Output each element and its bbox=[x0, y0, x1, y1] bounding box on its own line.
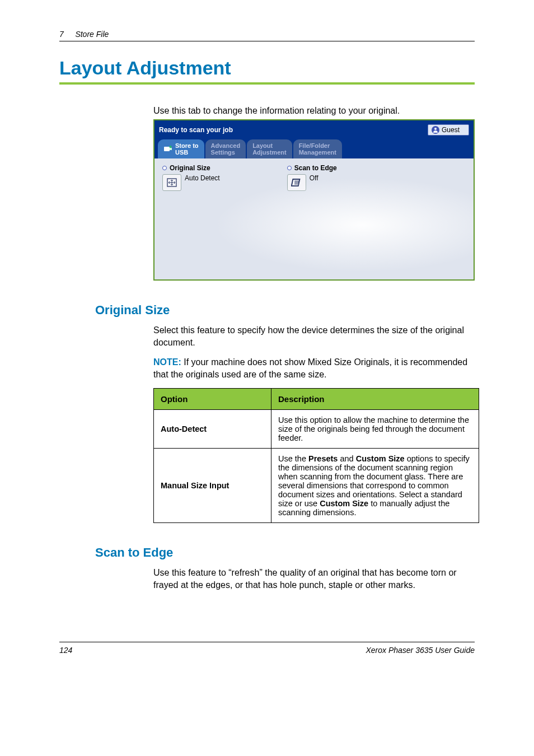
tab-adv-line2: Settings bbox=[211, 149, 235, 156]
page-number: 124 bbox=[59, 646, 72, 655]
device-screenshot: Ready to scan your job Guest Store to US… bbox=[153, 119, 475, 281]
user-icon bbox=[432, 126, 439, 134]
tab-ff-line1: File/Folder bbox=[299, 142, 330, 149]
table-row: Manual Size Input Use the Presets and Cu… bbox=[154, 449, 479, 523]
tab-store-line1: Store to bbox=[175, 142, 199, 149]
scan-to-edge-button[interactable]: Off bbox=[287, 174, 337, 191]
page-title: Layout Adjustment bbox=[59, 57, 475, 79]
original-size-p1: Select this feature to specify how the d… bbox=[153, 324, 475, 348]
tab-layout-line1: Layout bbox=[252, 142, 273, 149]
bullet-icon bbox=[162, 166, 167, 170]
option-desc: Use this option to allow the machine to … bbox=[271, 410, 479, 449]
usb-icon bbox=[163, 145, 172, 153]
guest-button[interactable]: Guest bbox=[428, 124, 469, 136]
guest-label: Guest bbox=[442, 126, 460, 134]
page-header: 7 Store File bbox=[59, 29, 475, 41]
original-size-value: Auto Detect bbox=[185, 174, 220, 182]
device-tab-bar: Store to USB Advanced Settings Layout Ad… bbox=[154, 139, 474, 158]
heading-original-size: Original Size bbox=[95, 303, 475, 318]
tab-advanced[interactable]: Advanced Settings bbox=[205, 139, 246, 158]
opt-original-size-title: Original Size bbox=[170, 164, 210, 172]
option-desc: Use the Presets and Custom Size options … bbox=[271, 449, 479, 523]
doc-title: Xerox Phaser 3635 User Guide bbox=[366, 646, 475, 655]
title-rule bbox=[59, 82, 475, 85]
svg-rect-2 bbox=[170, 148, 172, 150]
tab-store-usb[interactable]: Store to USB bbox=[158, 139, 204, 158]
scan-to-edge-value: Off bbox=[310, 174, 318, 182]
scan-to-edge-p1: Use this feature to “refresh” the qualit… bbox=[153, 567, 475, 591]
tab-store-line2: USB bbox=[175, 149, 188, 156]
option-name: Auto-Detect bbox=[154, 410, 271, 449]
svg-rect-1 bbox=[164, 147, 170, 151]
table-row: Auto-Detect Use this option to allow the… bbox=[154, 410, 479, 449]
svg-point-0 bbox=[434, 128, 437, 130]
intro-text: Use this tab to change the information r… bbox=[153, 106, 475, 116]
tab-layout-line2: Adjustment bbox=[252, 149, 287, 156]
edge-icon bbox=[287, 174, 306, 191]
heading-scan-to-edge: Scan to Edge bbox=[95, 545, 475, 560]
th-description: Description bbox=[271, 389, 479, 410]
tab-filefolder[interactable]: File/Folder Management bbox=[293, 139, 342, 158]
tab-ff-line2: Management bbox=[299, 149, 336, 156]
chapter-title: Store File bbox=[75, 30, 109, 39]
original-size-note: NOTE: If your machine does not show Mixe… bbox=[153, 356, 475, 380]
options-table: Option Description Auto-Detect Use this … bbox=[153, 388, 479, 523]
opt-scan-to-edge-title: Scan to Edge bbox=[294, 164, 337, 172]
svg-point-3 bbox=[170, 146, 172, 148]
tab-adv-line1: Advanced bbox=[211, 142, 241, 149]
note-text: If your machine does not show Mixed Size… bbox=[153, 357, 467, 379]
device-status: Ready to scan your job bbox=[159, 126, 233, 134]
bullet-icon bbox=[287, 166, 292, 170]
original-size-button[interactable]: Auto Detect bbox=[162, 174, 220, 191]
tab-layout[interactable]: Layout Adjustment bbox=[247, 139, 292, 158]
page-footer: 124 Xerox Phaser 3635 User Guide bbox=[59, 642, 475, 655]
option-name: Manual Size Input bbox=[154, 449, 271, 523]
chapter-number: 7 bbox=[59, 30, 64, 39]
th-option: Option bbox=[154, 389, 271, 410]
autodetect-icon bbox=[162, 174, 181, 191]
note-label: NOTE: bbox=[153, 357, 181, 367]
